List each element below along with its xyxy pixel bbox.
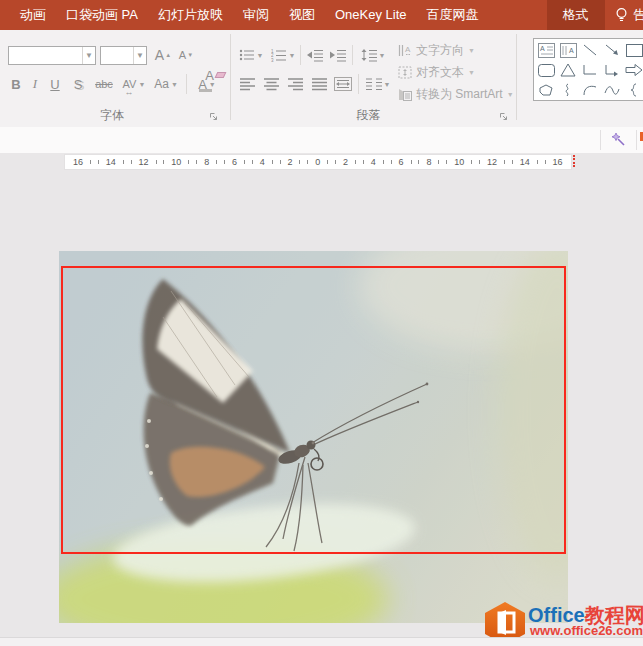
chevron-down-icon: ▼ — [468, 69, 475, 76]
change-case-button[interactable]: Aa▼ — [152, 74, 180, 94]
paragraph-dialog-launcher[interactable] — [498, 111, 509, 122]
dialog-launcher-icon — [208, 111, 219, 122]
shape-arrow[interactable] — [602, 41, 622, 59]
divider — [186, 74, 187, 94]
slide-canvas[interactable]: 1614121086420246810121416 — [0, 153, 643, 646]
justify-button[interactable] — [309, 74, 329, 94]
ruler-number: 0 — [315, 154, 320, 170]
ruler-tick — [196, 160, 197, 164]
shape-rounded-rectangle[interactable] — [536, 61, 556, 79]
chevron-down-icon[interactable]: ▼ — [133, 47, 146, 64]
bullets-button[interactable]: ▼ — [237, 45, 265, 65]
align-center-button[interactable] — [261, 74, 281, 94]
increase-indent-button[interactable] — [328, 45, 348, 65]
align-left-button[interactable] — [237, 74, 257, 94]
chevron-down-icon: ▼ — [507, 91, 514, 98]
chevron-down-icon[interactable]: ▼ — [82, 47, 95, 64]
underline-button[interactable]: U — [47, 74, 63, 94]
shape-curve[interactable] — [602, 81, 622, 99]
shape-right-arrow[interactable] — [624, 61, 643, 79]
chevron-down-icon: ▼ — [468, 47, 475, 54]
align-center-icon — [264, 78, 279, 91]
ribbon-tab[interactable]: OneKey Lite — [325, 0, 417, 30]
numbering-icon: 123 — [271, 48, 287, 62]
align-text-button[interactable]: 对齐文本 ▼ — [398, 63, 475, 82]
ribbon-tab[interactable]: 百度网盘 — [417, 0, 489, 30]
shape-triangle[interactable] — [558, 61, 578, 79]
ruler-tick — [471, 160, 472, 164]
shape-elbow-arrow-connector[interactable] — [602, 61, 622, 79]
shape-left-brace[interactable] — [624, 81, 643, 99]
divider — [300, 45, 301, 65]
ribbon-tab[interactable]: 动画 — [10, 0, 56, 30]
numbering-button[interactable]: 123 ▼ — [269, 45, 297, 65]
font-name-combobox[interactable]: ▼ — [8, 46, 96, 65]
group-separator — [516, 34, 517, 120]
ruler-tick — [156, 160, 157, 164]
shape-scribble[interactable] — [558, 81, 578, 99]
selection-rectangle[interactable] — [61, 266, 566, 554]
bullets-icon — [239, 48, 255, 62]
ribbon-tab[interactable]: 口袋动画 PA — [56, 0, 148, 30]
tell-me-label: 告 — [634, 6, 643, 24]
ribbon-tab[interactable]: 视图 — [279, 0, 325, 30]
chevron-down-icon: ▼ — [138, 81, 145, 88]
ruler-tick — [307, 160, 308, 164]
font-color-button[interactable]: A▼ — [192, 74, 222, 94]
ruler-tick — [131, 160, 132, 164]
divider — [352, 45, 353, 65]
shrink-font-button[interactable]: A▼ — [176, 45, 196, 65]
ruler-number: 2 — [287, 154, 292, 170]
ruler-tick — [163, 160, 164, 164]
ruler-number: 16 — [553, 154, 563, 170]
line-spacing-button[interactable]: ▼ — [358, 45, 388, 65]
strikethrough-button[interactable]: abc — [92, 74, 116, 94]
shape-textbox-horizontal[interactable]: A — [536, 41, 556, 59]
align-right-button[interactable] — [285, 74, 305, 94]
text-shadow-button[interactable]: S — [71, 74, 85, 94]
shape-elbow-connector[interactable] — [580, 61, 600, 79]
divider — [636, 130, 637, 150]
convert-smartart-button[interactable]: 转换为 SmartArt ▼ — [398, 85, 514, 104]
text-direction-icon: A — [398, 44, 412, 57]
columns-button[interactable]: ▼ — [363, 74, 393, 94]
dialog-launcher-icon — [498, 111, 509, 122]
character-spacing-button[interactable]: AV▼ — [119, 74, 149, 94]
tab-format-active[interactable]: 格式 — [547, 0, 605, 30]
shapes-gallery: A A — [533, 38, 643, 101]
ruler-tick — [512, 160, 513, 164]
ribbon-tab[interactable]: 审阅 — [233, 0, 279, 30]
decrease-indent-button[interactable] — [305, 45, 325, 65]
shape-textbox-vertical[interactable]: A — [558, 41, 578, 59]
ruler-tick — [383, 160, 384, 164]
justify-icon — [312, 78, 327, 91]
ruler-number: 14 — [106, 154, 116, 170]
text-direction-label: 文字方向 — [416, 42, 464, 59]
horizontal-ruler[interactable]: 1614121086420246810121416 — [64, 154, 572, 170]
character-spacing-glyph: AV — [123, 78, 137, 90]
slide-picture[interactable] — [59, 251, 568, 623]
chevron-down-icon: ▼ — [171, 81, 178, 88]
svg-text:3: 3 — [271, 58, 274, 63]
shape-rectangle[interactable] — [624, 41, 643, 59]
shadow-glyph: S — [74, 77, 83, 92]
magic-wand-button[interactable] — [605, 129, 631, 150]
shape-arc[interactable] — [580, 81, 600, 99]
watermark-url: www.office26.com — [530, 623, 638, 638]
bold-button[interactable]: B — [8, 74, 24, 94]
ruler-tick — [98, 160, 99, 164]
tell-me-control[interactable]: 告 — [615, 0, 643, 30]
font-dialog-launcher[interactable] — [208, 111, 219, 122]
ruler-number: 4 — [260, 154, 265, 170]
grow-font-button[interactable]: A▲ — [152, 45, 174, 65]
shape-freeform[interactable] — [536, 81, 556, 99]
chevron-down-icon: ▼ — [384, 81, 391, 88]
align-text-icon — [398, 66, 412, 79]
font-size-combobox[interactable]: ▼ — [100, 46, 147, 65]
shape-line[interactable] — [580, 41, 600, 59]
italic-button[interactable]: I — [29, 74, 41, 94]
ribbon-tab[interactable]: 幻灯片放映 — [148, 0, 233, 30]
distribute-text-icon — [334, 77, 352, 91]
distribute-text-button[interactable] — [331, 74, 355, 94]
text-direction-button[interactable]: A 文字方向 ▼ — [398, 41, 475, 60]
